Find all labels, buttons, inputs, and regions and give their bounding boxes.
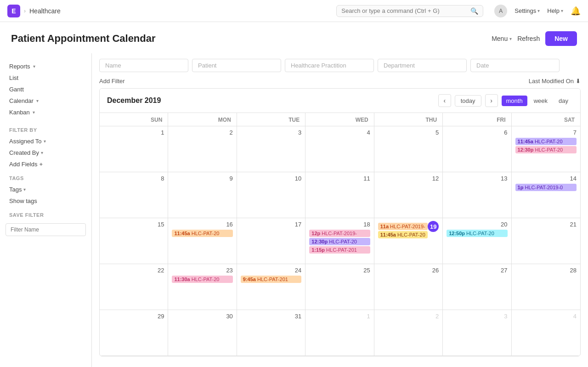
- calendar-cell[interactable]: 15: [100, 218, 168, 264]
- calendar-cell[interactable]: 249:45a HLC-PAT-201: [237, 264, 305, 310]
- tags-filter[interactable]: Tags ▾: [6, 184, 86, 195]
- sidebar-item-list[interactable]: List: [6, 72, 86, 84]
- calendar-date: 23: [172, 267, 232, 274]
- calendar-cell[interactable]: 3: [237, 126, 305, 172]
- calendar-cell[interactable]: 9: [168, 172, 237, 218]
- practitioner-filter-input[interactable]: [285, 59, 374, 72]
- calendar-date: 10: [241, 175, 301, 182]
- sidebar-item-gantt[interactable]: Gantt: [6, 84, 86, 95]
- calendar-event[interactable]: 9:45a HLC-PAT-201: [241, 276, 301, 283]
- help-link[interactable]: Help ▾: [547, 7, 563, 14]
- menu-button[interactable]: Menu ▾: [492, 35, 512, 42]
- calendar-cell[interactable]: 2311:30a HLC-PAT-20: [168, 264, 237, 310]
- calendar-cell[interactable]: 30: [168, 310, 237, 356]
- calendar-cell[interactable]: 22: [100, 264, 168, 310]
- filter-name-input[interactable]: [6, 223, 86, 236]
- sidebar-item-reports[interactable]: Reports ▾: [6, 61, 86, 72]
- assigned-to-filter[interactable]: Assigned To ▾: [6, 136, 86, 147]
- calendar-date: 21: [515, 221, 577, 228]
- calendar-date: 27: [447, 267, 507, 274]
- calendar-cell[interactable]: 4: [305, 126, 374, 172]
- calendar-cell[interactable]: 26: [374, 264, 443, 310]
- calendar-date: 2: [378, 313, 439, 320]
- add-filter-button[interactable]: Add Filter: [99, 78, 125, 85]
- calendar-cell[interactable]: 1611:45a HLC-PAT-20: [168, 218, 237, 264]
- calendar-date: 22: [103, 267, 164, 274]
- calendar-event[interactable]: 11:30a HLC-PAT-20: [172, 276, 232, 283]
- calendar-cell[interactable]: 2012:50p HLC-PAT-20: [443, 218, 511, 264]
- calendar-cell[interactable]: 10: [237, 172, 305, 218]
- name-filter-input[interactable]: [99, 59, 188, 72]
- calendar-cell[interactable]: 28: [512, 264, 580, 310]
- show-tags-link[interactable]: Show tags: [6, 195, 86, 207]
- calendar-cell[interactable]: 27: [443, 264, 511, 310]
- calendar-cell[interactable]: 31: [237, 310, 305, 356]
- filter-bar: [99, 53, 581, 74]
- calendar-cell[interactable]: 1: [305, 310, 374, 356]
- calendar-cell[interactable]: 1911a HLC-PAT-2019-11:45a HLC-PAT-20: [374, 218, 443, 264]
- search-input[interactable]: [341, 7, 468, 14]
- refresh-button[interactable]: Refresh: [517, 35, 540, 42]
- calendar-event[interactable]: 12:30p HLC-PAT-20: [309, 238, 370, 245]
- calendar-date: 28: [515, 267, 577, 274]
- settings-link[interactable]: Settings ▾: [514, 7, 540, 14]
- calendar-cell[interactable]: 2: [374, 310, 443, 356]
- month-view-button[interactable]: month: [502, 96, 527, 106]
- calendar-cell[interactable]: 21: [512, 218, 580, 264]
- calendar-date: 31: [241, 313, 301, 320]
- patient-filter-input[interactable]: [192, 59, 281, 72]
- calendar-next-button[interactable]: ›: [485, 94, 498, 107]
- calendar-month-title: December 2019: [107, 96, 161, 105]
- add-fields-button[interactable]: Add Fields +: [6, 158, 86, 170]
- calendar-event[interactable]: 11:45a HLC-PAT-20: [378, 231, 428, 238]
- calendar-event[interactable]: 11:45a HLC-PAT-20: [172, 230, 232, 237]
- calendar-cell[interactable]: 141p HLC-PAT-2019-0: [512, 172, 580, 218]
- calendar-cell[interactable]: 5: [374, 126, 443, 172]
- calendar-event[interactable]: 11:45a HLC-PAT-20: [515, 138, 577, 145]
- calendar-cell[interactable]: 12: [374, 172, 443, 218]
- calendar-day-header: SAT: [512, 113, 580, 126]
- sidebar-item-calendar[interactable]: Calendar ▾: [6, 95, 86, 107]
- filter-actions: Add Filter Last Modified On ⬇: [99, 74, 581, 88]
- calendar-event[interactable]: 12:50p HLC-PAT-20: [447, 230, 507, 237]
- calendar-cell[interactable]: 1812p HLC-PAT-2019-12:30p HLC-PAT-201:15…: [305, 218, 374, 264]
- calendar-cell[interactable]: 3: [443, 310, 511, 356]
- calendar-view-buttons: month week day: [502, 96, 573, 106]
- week-view-button[interactable]: week: [529, 96, 552, 106]
- calendar-event[interactable]: 1p HLC-PAT-2019-0: [515, 184, 577, 191]
- date-filter-input[interactable]: [470, 59, 560, 72]
- calendar-cell[interactable]: 6: [443, 126, 511, 172]
- calendar-cell[interactable]: 711:45a HLC-PAT-2012:30p HLC-PAT-20: [512, 126, 580, 172]
- calendar-date: 6: [447, 129, 507, 136]
- calendar-cell[interactable]: 17: [237, 218, 305, 264]
- calendar-cell[interactable]: 2: [168, 126, 237, 172]
- calendar-event[interactable]: 1:15p HLC-PAT-201: [309, 246, 370, 254]
- day-view-button[interactable]: day: [554, 96, 573, 106]
- notification-bell-icon[interactable]: 🔔: [571, 6, 581, 16]
- search-bar[interactable]: 🔍: [336, 5, 483, 17]
- calendar-cell[interactable]: 29: [100, 310, 168, 356]
- calendar-cell[interactable]: 4: [512, 310, 580, 356]
- calendar-today-button[interactable]: today: [455, 95, 481, 107]
- page-header: Patient Appointment Calendar Menu ▾ Refr…: [0, 22, 588, 53]
- calendar-cell[interactable]: 13: [443, 172, 511, 218]
- calendar-event[interactable]: 12:30p HLC-PAT-20: [515, 146, 577, 153]
- sidebar-item-kanban[interactable]: Kanban ▾: [6, 107, 86, 118]
- calendar-event[interactable]: 11a HLC-PAT-2019-: [378, 223, 428, 230]
- calendar-date: 25: [309, 267, 370, 274]
- calendar-cell[interactable]: 11: [305, 172, 374, 218]
- calendar-event[interactable]: 12p HLC-PAT-2019-: [309, 230, 370, 237]
- calendar-cell[interactable]: 8: [100, 172, 168, 218]
- page-title: Patient Appointment Calendar: [11, 33, 156, 45]
- department-filter-input[interactable]: [378, 59, 467, 72]
- calendar-date: 15: [103, 221, 164, 228]
- new-button[interactable]: New: [545, 31, 577, 46]
- calendar-cell[interactable]: 1: [100, 126, 168, 172]
- last-modified-sort[interactable]: Last Modified On ⬇: [529, 78, 581, 85]
- calendar-cell[interactable]: 25: [305, 264, 374, 310]
- calendar-date: 5: [378, 129, 439, 136]
- calendar-prev-button[interactable]: ‹: [438, 94, 451, 107]
- created-by-filter[interactable]: Created By ▾: [6, 147, 86, 158]
- calendar-date: 2: [172, 129, 232, 136]
- calendar-nav: ‹ today › month week day: [438, 94, 573, 107]
